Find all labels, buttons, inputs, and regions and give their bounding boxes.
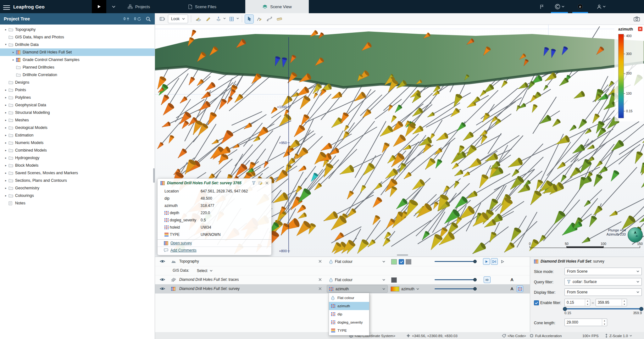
chevron-right-icon[interactable]: ▸ bbox=[3, 126, 8, 129]
upload-indicator[interactable]: 0 bbox=[124, 17, 130, 21]
text-format-button[interactable]: A bbox=[509, 276, 515, 283]
range-handle-max[interactable] bbox=[639, 307, 643, 311]
query-filter-dropdown[interactable]: collar: Surface bbox=[564, 278, 642, 286]
seequent-id-button[interactable]: e bbox=[571, 0, 589, 13]
tree-item-combined-models[interactable]: ▸Combined Models bbox=[0, 147, 155, 154]
visibility-eye-icon[interactable] bbox=[160, 287, 165, 291]
interval-selection-tool-button[interactable] bbox=[227, 15, 236, 23]
tree-item-estimation[interactable]: ▸Estimation bbox=[0, 131, 155, 139]
chevron-right-icon[interactable]: ▸ bbox=[3, 134, 8, 137]
acceleration-status[interactable]: Full Acceleration bbox=[530, 332, 562, 339]
filter-max-input[interactable]: 359.95 ▲▼ bbox=[596, 299, 627, 306]
cone-length-input[interactable]: 29.000 ▲▼ bbox=[564, 319, 607, 326]
slider-handle[interactable] bbox=[473, 278, 477, 281]
range-handle-min[interactable] bbox=[563, 307, 567, 311]
colour-option-flat-colour[interactable]: Flat colour bbox=[329, 294, 369, 302]
shape-row-traces[interactable]: Diamond Drill Holes Full Set: traces Fla… bbox=[155, 275, 530, 285]
render-side-a-button[interactable] bbox=[483, 258, 490, 265]
tree-item-colourings[interactable]: ▸Colourings bbox=[0, 192, 155, 199]
edit-polyline-tool-button[interactable] bbox=[265, 15, 274, 23]
filter-min-input[interactable]: 0.15 ▲▼ bbox=[564, 299, 590, 306]
scene-splitter-handle[interactable] bbox=[397, 254, 408, 256]
tree-item-drillhole-data[interactable]: ▸Drillhole Data bbox=[0, 41, 155, 48]
spinner-buttons[interactable]: ▲▼ bbox=[622, 299, 627, 306]
show-values-toggle[interactable] bbox=[517, 286, 523, 292]
slicer-tool-button[interactable] bbox=[158, 15, 166, 23]
remove-shape-button[interactable] bbox=[319, 278, 322, 281]
screenshot-camera-button[interactable] bbox=[632, 14, 641, 23]
text-format-button[interactable]: A bbox=[509, 286, 515, 292]
slider-handle[interactable] bbox=[473, 287, 477, 291]
edit-table-icon[interactable] bbox=[258, 181, 263, 185]
slider-handle[interactable] bbox=[473, 260, 477, 263]
tree-item-sections-plans-and-contours[interactable]: ▸Sections, Plans and Contours bbox=[0, 177, 155, 184]
spinner-buttons[interactable]: ▲▼ bbox=[602, 319, 607, 326]
tree-item-notes[interactable]: Notes bbox=[0, 199, 155, 207]
line-width-button[interactable]: ID bbox=[484, 276, 491, 283]
colour-mode-dropdown[interactable]: Flat colour bbox=[327, 258, 387, 265]
chevron-right-icon[interactable]: ▸ bbox=[3, 28, 8, 31]
render-side-b-button[interactable] bbox=[491, 258, 498, 265]
tree-item-block-models[interactable]: ▸Block Models bbox=[0, 162, 155, 169]
user-account-button[interactable] bbox=[592, 0, 611, 13]
chevron-down-icon[interactable]: ▸ bbox=[4, 42, 8, 47]
tree-item-numeric-models[interactable]: ▸Numeric Models bbox=[0, 139, 155, 147]
colour-mode-dropdown-open[interactable]: azimuth bbox=[327, 285, 387, 292]
display-filter-dropdown[interactable]: From Scene bbox=[564, 288, 642, 296]
shape-row-topography[interactable]: Topography Flat colour bbox=[155, 257, 530, 266]
tree-item-drillhole-correlation[interactable]: Drillhole Correlation bbox=[0, 71, 155, 79]
colour-mode-dropdown[interactable]: Flat colour bbox=[327, 276, 387, 283]
tree-item-geochemistry[interactable]: ▸Geochemistry bbox=[0, 184, 155, 192]
chevron-right-icon[interactable]: ▸ bbox=[3, 186, 8, 190]
tree-item-hydrogeology[interactable]: ▸Hydrogeology bbox=[0, 154, 155, 162]
opacity-slider[interactable] bbox=[435, 288, 476, 290]
filter-funnel-icon[interactable] bbox=[252, 181, 256, 185]
chevron-right-icon[interactable]: ▸ bbox=[3, 164, 8, 167]
chevron-down-icon[interactable] bbox=[236, 18, 239, 20]
draw-polyline-tool-button[interactable] bbox=[255, 15, 264, 23]
trace-colour-swatch[interactable] bbox=[391, 277, 397, 283]
processing-play-button[interactable] bbox=[92, 0, 106, 13]
legend-close-button[interactable] bbox=[638, 27, 642, 31]
draw-line-tool-button[interactable] bbox=[204, 15, 213, 23]
sync-indicator[interactable]: 0 bbox=[134, 17, 141, 21]
search-icon[interactable] bbox=[146, 16, 151, 22]
moving-plane-tool-button[interactable] bbox=[214, 15, 223, 23]
add-comments-link[interactable]: Add Comments bbox=[158, 247, 271, 254]
colour-map-dropdown[interactable]: azimuth bbox=[391, 285, 428, 292]
tree-item-designs[interactable]: Designs bbox=[0, 79, 155, 86]
render-option-button[interactable] bbox=[499, 258, 506, 265]
tree-item-topography[interactable]: ▸Topography bbox=[0, 26, 155, 33]
filter-range-slider[interactable] bbox=[564, 308, 641, 309]
tree-item-structural-modelling[interactable]: ▸Structural Modelling bbox=[0, 109, 155, 116]
chevron-right-icon[interactable]: ▸ bbox=[3, 156, 8, 159]
tree-item-polylines[interactable]: ▸Polylines bbox=[0, 94, 155, 101]
open-survey-link[interactable]: Open survey bbox=[158, 240, 271, 247]
draw-slice-tool-button[interactable] bbox=[194, 15, 203, 23]
scene-3d-view[interactable]: +1000+950+800 azimuth 4003002001000.15 P… bbox=[155, 25, 644, 257]
tree-item-points[interactable]: ▸Points bbox=[0, 86, 155, 94]
main-menu-icon[interactable] bbox=[3, 4, 10, 9]
tree-item-saved-scenes-movies-and-markers[interactable]: ▸Saved Scenes, Movies and Markers bbox=[0, 169, 155, 177]
chevron-right-icon[interactable]: ▸ bbox=[3, 171, 8, 175]
z-scale-control[interactable]: Z-Scale 1.0 bbox=[605, 332, 632, 339]
remove-shape-button[interactable] bbox=[319, 287, 322, 290]
processing-dropdown-button[interactable] bbox=[108, 0, 119, 13]
orientation-compass-ball[interactable] bbox=[628, 227, 643, 242]
tree-item-meshes[interactable]: ▸Meshes bbox=[0, 116, 155, 124]
slice-mode-dropdown[interactable]: From Scene bbox=[564, 268, 642, 275]
colour-option-dogleg-severity[interactable]: dogleg_severity bbox=[329, 318, 369, 326]
tree-item-gis-data-maps-and-photos[interactable]: GIS Data, Maps and Photos bbox=[0, 33, 155, 41]
popup-close-icon[interactable] bbox=[265, 181, 269, 185]
code-status[interactable]: <No Code> bbox=[502, 332, 526, 339]
visibility-eye-icon[interactable] bbox=[160, 259, 165, 263]
surface-colour-swatch[interactable] bbox=[391, 259, 397, 264]
enable-filter-checkbox[interactable] bbox=[534, 300, 539, 305]
chevron-right-icon[interactable]: ▸ bbox=[3, 88, 8, 92]
spinner-buttons[interactable]: ▲▼ bbox=[585, 299, 590, 306]
opacity-slider[interactable] bbox=[435, 279, 476, 281]
chevron-right-icon[interactable]: ▸ bbox=[3, 103, 8, 107]
central-account-button[interactable] bbox=[550, 0, 569, 13]
tree-item-grade-control-channel-samples[interactable]: ▸Grade Control Channel Samples bbox=[0, 56, 155, 64]
chevron-right-icon[interactable]: ▸ bbox=[3, 96, 8, 99]
